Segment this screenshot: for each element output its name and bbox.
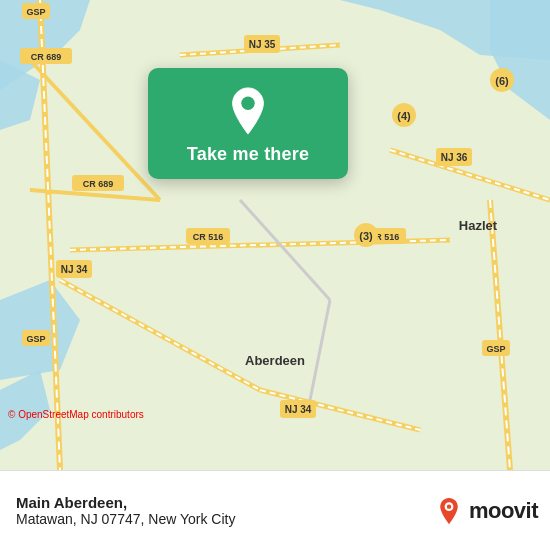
map-view: CR 689 CR 689 NJ 35 NJ 34 NJ 34 NJ 36 CR…: [0, 0, 550, 470]
take-me-there-button[interactable]: Take me there: [148, 68, 348, 179]
moovit-logo: moovit: [435, 497, 538, 525]
attribution-text: © OpenStreetMap contributors: [8, 409, 144, 420]
location-detail: Matawan, NJ 07747, New York City: [16, 511, 435, 527]
svg-text:GSP: GSP: [26, 7, 45, 17]
svg-point-49: [241, 97, 254, 110]
svg-text:(3): (3): [359, 230, 373, 242]
svg-text:(4): (4): [397, 110, 411, 122]
location-pin-icon: [226, 86, 270, 136]
moovit-pin-icon: [435, 497, 463, 525]
svg-text:NJ 35: NJ 35: [249, 39, 276, 50]
svg-text:(6): (6): [495, 75, 509, 87]
svg-text:NJ 34: NJ 34: [285, 404, 312, 415]
location-name: Main Aberdeen,: [16, 494, 435, 511]
map-attribution: © OpenStreetMap contributors: [8, 409, 144, 420]
take-me-there-label: Take me there: [187, 144, 309, 165]
svg-text:CR 516: CR 516: [193, 232, 224, 242]
svg-text:GSP: GSP: [26, 334, 45, 344]
svg-point-51: [447, 504, 451, 508]
svg-text:Aberdeen: Aberdeen: [245, 353, 305, 368]
svg-text:NJ 34: NJ 34: [61, 264, 88, 275]
svg-text:CR 689: CR 689: [31, 52, 62, 62]
svg-text:CR 689: CR 689: [83, 179, 114, 189]
svg-text:GSP: GSP: [486, 344, 505, 354]
svg-text:Hazlet: Hazlet: [459, 218, 498, 233]
bottom-bar: Main Aberdeen, Matawan, NJ 07747, New Yo…: [0, 470, 550, 550]
svg-text:NJ 36: NJ 36: [441, 152, 468, 163]
moovit-brand-text: moovit: [469, 498, 538, 524]
location-info: Main Aberdeen, Matawan, NJ 07747, New Yo…: [12, 494, 435, 527]
